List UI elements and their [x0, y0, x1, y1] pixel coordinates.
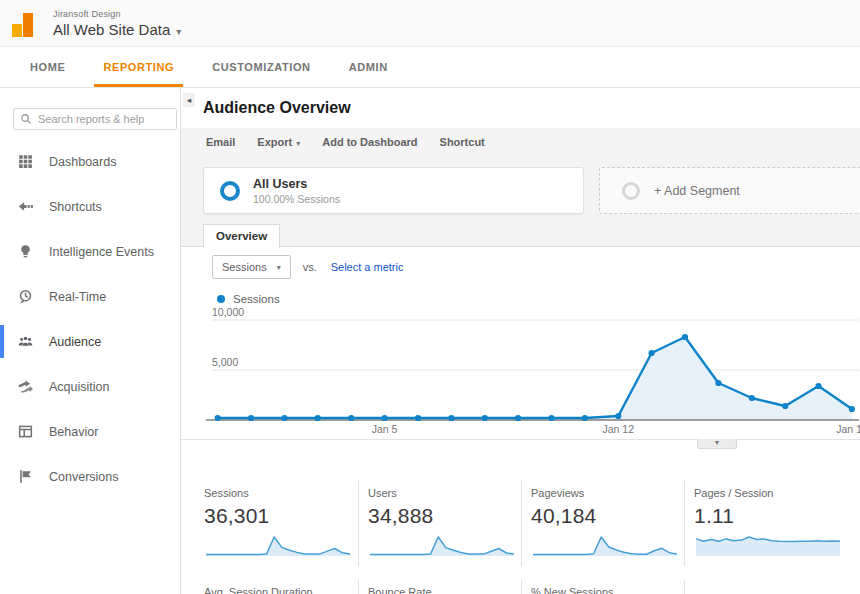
x-axis-tick: Jan 19 [812, 423, 860, 435]
audience-icon [17, 333, 34, 350]
analytics-logo-icon[interactable] [12, 11, 36, 37]
sidebar-nav-list: DashboardsShortcutsIntelligence EventsRe… [0, 139, 180, 499]
metric-card-empty [684, 580, 847, 594]
metric-card-sessions: Sessions36,301 [195, 481, 358, 566]
metric-card-avg-session-duration: Avg. Session Duration00:00:14 [195, 580, 358, 594]
metric-card-value: 40,184 [531, 504, 684, 528]
chart-footer-divider: ▾ [181, 439, 860, 451]
search-icon [20, 113, 32, 125]
shortcut-button[interactable]: Shortcut [440, 136, 485, 148]
analytics-app: Jiransoft Design All Web Site Data▾ HOME… [0, 0, 860, 594]
property-selector[interactable]: All Web Site Data▾ [53, 21, 181, 38]
nav-tab-home[interactable]: HOME [21, 47, 74, 87]
nav-tab-reporting[interactable]: REPORTING [94, 47, 183, 87]
dashboards-icon [17, 153, 34, 170]
metric-card--new-sessions: % New Sessions95.67% [521, 580, 684, 594]
metric-card-value: 1.11 [694, 504, 847, 528]
metric-card-label: % New Sessions [531, 586, 684, 594]
realtime-icon [17, 288, 34, 305]
sidebar-item-label: Dashboards [49, 155, 116, 169]
segments-bar: All Users 100.00% Sessions + Add Segment [181, 156, 860, 222]
sidebar-item-shortcuts[interactable]: Shortcuts [0, 184, 180, 229]
metric-card-label: Pageviews [531, 487, 684, 499]
email-button[interactable]: Email [206, 136, 235, 148]
nav-tab-admin[interactable]: ADMIN [340, 47, 397, 87]
sessions-chart[interactable]: 10,0005,000Jan 5Jan 12Jan 19 [196, 310, 859, 436]
intelligence-icon [17, 243, 34, 260]
add-to-dashboard-button[interactable]: Add to Dashboard [322, 136, 417, 148]
segment-donut-outline-icon [622, 182, 640, 200]
chart-expander-button[interactable]: ▾ [697, 439, 737, 449]
vs-label: vs. [303, 261, 317, 273]
sidebar-item-intelligence-events[interactable]: Intelligence Events [0, 229, 180, 274]
segment-detail: 100.00% Sessions [253, 193, 340, 205]
sidebar-item-conversions[interactable]: Conversions [0, 454, 180, 499]
sidebar-collapse-icon[interactable]: ◂ [183, 93, 195, 107]
metric-cards-row-1: Sessions36,301Users34,888Pageviews40,184… [195, 481, 860, 566]
metric-card-value: 36,301 [204, 504, 358, 528]
select-metric-link[interactable]: Select a metric [331, 261, 404, 273]
sidebar-item-label: Acquisition [49, 380, 109, 394]
top-header: Jiransoft Design All Web Site Data▾ [0, 0, 860, 47]
primary-nav: HOME REPORTING CUSTOMIZATION ADMIN [0, 47, 860, 88]
metric-card-label: Users [368, 487, 521, 499]
sidebar-item-label: Audience [49, 335, 101, 349]
acquisition-icon [17, 378, 34, 395]
segment-donut-icon [220, 181, 240, 201]
page-title: Audience Overview [203, 99, 351, 117]
sidebar-item-label: Conversions [49, 470, 118, 484]
metric-dropdown[interactable]: Sessions▾ [212, 255, 291, 279]
metric-card-pages-session: Pages / Session1.11 [684, 481, 847, 566]
metric-sparkline [694, 532, 844, 558]
report-tabstrip: Overview [181, 222, 860, 247]
metric-card-pageviews: Pageviews40,184 [521, 481, 684, 566]
metric-sparkline [368, 532, 518, 558]
search-input[interactable] [38, 113, 168, 125]
metric-card-label: Avg. Session Duration [204, 586, 358, 594]
shortcuts-icon [17, 198, 34, 215]
sidebar-item-behavior[interactable]: Behavior [0, 409, 180, 454]
nav-tab-customization[interactable]: CUSTOMIZATION [203, 47, 319, 87]
sidebar: DashboardsShortcutsIntelligence EventsRe… [0, 88, 181, 594]
sidebar-item-acquisition[interactable]: Acquisition [0, 364, 180, 409]
account-name: Jiransoft Design [53, 9, 181, 19]
add-segment-button[interactable]: + Add Segment [599, 167, 860, 214]
metric-card-users: Users34,888 [358, 481, 521, 566]
search-box[interactable] [13, 108, 177, 130]
y-axis-tick: 10,000 [212, 306, 244, 318]
tab-overview[interactable]: Overview [203, 224, 280, 248]
sidebar-item-label: Behavior [49, 425, 98, 439]
metric-card-label: Sessions [204, 487, 358, 499]
y-axis-tick: 5,000 [212, 356, 238, 368]
metric-card-label: Pages / Session [694, 487, 847, 499]
sidebar-item-label: Intelligence Events [49, 245, 154, 259]
sidebar-item-dashboards[interactable]: Dashboards [0, 139, 180, 184]
sidebar-item-real-time[interactable]: Real-Time [0, 274, 180, 319]
sidebar-item-label: Real-Time [49, 290, 106, 304]
sidebar-item-audience[interactable]: Audience [0, 319, 180, 364]
segment-all-users[interactable]: All Users 100.00% Sessions [203, 167, 584, 214]
chevron-down-icon: ▾ [296, 139, 300, 148]
conversions-icon [17, 468, 34, 485]
chart-legend: Sessions [217, 293, 860, 305]
metric-card-value: 34,888 [368, 504, 521, 528]
sidebar-item-label: Shortcuts [49, 200, 102, 214]
report-toolbar: Email Export▾ Add to Dashboard Shortcut [181, 128, 860, 156]
legend-label: Sessions [233, 293, 280, 305]
export-button[interactable]: Export▾ [257, 136, 300, 148]
behavior-icon [17, 423, 34, 440]
legend-dot-icon [217, 295, 225, 303]
chevron-down-icon: ▾ [277, 263, 281, 272]
x-axis-tick: Jan 5 [345, 423, 425, 435]
chevron-down-icon: ▾ [176, 26, 181, 37]
segment-name: All Users [253, 177, 340, 191]
metric-sparkline [204, 532, 354, 558]
report-main: Audience Overview Email Export▾ Add to D… [181, 88, 860, 594]
metric-card-bounce-rate: Bounce Rate94.00% [358, 580, 521, 594]
metric-card-label: Bounce Rate [368, 586, 521, 594]
x-axis-tick: Jan 12 [578, 423, 658, 435]
sessions-chart-svg[interactable] [196, 310, 859, 422]
metric-sparkline [531, 532, 681, 558]
metric-cards: Sessions36,301Users34,888Pageviews40,184… [195, 481, 860, 594]
metric-cards-row-2: Avg. Session Duration00:00:14Bounce Rate… [195, 580, 860, 594]
